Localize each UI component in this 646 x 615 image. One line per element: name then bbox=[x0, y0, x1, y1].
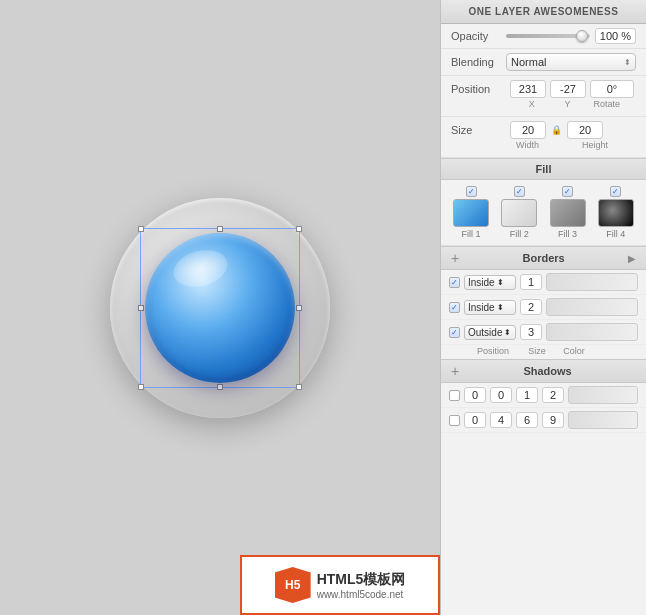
handle-tc[interactable] bbox=[217, 226, 223, 232]
shadow2-val2[interactable]: 6 bbox=[516, 412, 538, 428]
borders-section-header[interactable]: + Borders ▶ bbox=[441, 246, 646, 270]
border1-checkbox[interactable]: ✓ bbox=[449, 277, 460, 288]
size-row: Size 20 🔒 20 Width Height bbox=[441, 117, 646, 158]
fill1-label: Fill 1 bbox=[462, 229, 481, 239]
shadows-section-header[interactable]: + Shadows bbox=[441, 359, 646, 383]
border-color-col-label: Color bbox=[557, 346, 591, 356]
fill2-checkbox[interactable]: ✓ bbox=[514, 186, 525, 197]
fill2-label: Fill 2 bbox=[510, 229, 529, 239]
shadow1-checkbox[interactable] bbox=[449, 390, 460, 401]
fill3-label: Fill 3 bbox=[558, 229, 577, 239]
height-sublabel: Height bbox=[572, 140, 608, 150]
pos-x-field[interactable]: 231 bbox=[510, 80, 546, 98]
borders-plus-icon[interactable]: + bbox=[451, 251, 459, 265]
shadow2-color-swatch[interactable] bbox=[568, 411, 638, 429]
shadow-row-1: 0 0 1 2 bbox=[441, 383, 646, 408]
handle-ml[interactable] bbox=[138, 305, 144, 311]
border-size-col-label: Size bbox=[525, 346, 549, 356]
shadows-plus-icon[interactable]: + bbox=[451, 364, 459, 378]
shadow1-color-swatch[interactable] bbox=[568, 386, 638, 404]
position-row: Position 231 -27 0° X Y Rotate bbox=[441, 76, 646, 117]
shadow2-val0[interactable]: 0 bbox=[464, 412, 486, 428]
border-row-2: ✓ Inside ⬍ 2 bbox=[441, 295, 646, 320]
blending-row: Blending Normal ⬍ bbox=[441, 49, 646, 76]
shadow-row-2: 0 4 6 9 bbox=[441, 408, 646, 433]
pos-sublabels: X Y Rotate bbox=[506, 98, 636, 112]
border1-size-field[interactable]: 1 bbox=[520, 274, 542, 290]
shadow1-val1[interactable]: 0 bbox=[490, 387, 512, 403]
shadow1-val3[interactable]: 2 bbox=[542, 387, 564, 403]
blue-sphere bbox=[145, 233, 295, 383]
fill-item-2: ✓ Fill 2 bbox=[501, 186, 537, 239]
pos-rotate-field[interactable]: 0° bbox=[590, 80, 634, 98]
border3-color-swatch[interactable] bbox=[546, 323, 638, 341]
borders-title: Borders bbox=[459, 252, 628, 264]
fill-section-header[interactable]: Fill bbox=[441, 158, 646, 180]
handle-tr[interactable] bbox=[296, 226, 302, 232]
handle-bc[interactable] bbox=[217, 384, 223, 390]
shadow1-val0[interactable]: 0 bbox=[464, 387, 486, 403]
border-pos-col-label: Position bbox=[465, 346, 521, 356]
opacity-value[interactable]: 100 % bbox=[595, 28, 636, 44]
x-sublabel: X bbox=[516, 99, 548, 109]
fill3-swatch[interactable] bbox=[550, 199, 586, 227]
blending-label: Blending bbox=[451, 56, 506, 68]
border1-position-select[interactable]: Inside ⬍ bbox=[464, 275, 516, 290]
fill-items: ✓ Fill 1 ✓ Fill 2 ✓ Fill 3 bbox=[449, 186, 638, 239]
lock-icon[interactable]: 🔒 bbox=[550, 125, 563, 135]
height-field[interactable]: 20 bbox=[567, 121, 603, 139]
handle-br[interactable] bbox=[296, 384, 302, 390]
shadow2-val3[interactable]: 9 bbox=[542, 412, 564, 428]
handle-tl[interactable] bbox=[138, 226, 144, 232]
border3-position-select[interactable]: Outside ⬍ bbox=[464, 325, 516, 340]
border-col-labels: Position Size Color bbox=[457, 345, 646, 359]
size-label: Size bbox=[451, 124, 506, 136]
borders-arrow-icon[interactable]: ▶ bbox=[628, 253, 636, 264]
fill-section: ✓ Fill 1 ✓ Fill 2 ✓ Fill 3 bbox=[441, 180, 646, 246]
pos-y-field[interactable]: -27 bbox=[550, 80, 586, 98]
watermark-url: www.html5code.net bbox=[317, 589, 406, 600]
handle-mr[interactable] bbox=[296, 305, 302, 311]
opacity-row: Opacity 100 % bbox=[441, 24, 646, 49]
border2-size-field[interactable]: 2 bbox=[520, 299, 542, 315]
opacity-thumb[interactable] bbox=[576, 30, 588, 42]
canvas-area: H5 HTML5模板网 www.html5code.net bbox=[0, 0, 440, 615]
border2-checkbox[interactable]: ✓ bbox=[449, 302, 460, 313]
shadows-title: Shadows bbox=[459, 365, 636, 377]
border2-position-select[interactable]: Inside ⬍ bbox=[464, 300, 516, 315]
width-sublabel: Width bbox=[516, 140, 552, 150]
fill4-label: Fill 4 bbox=[606, 229, 625, 239]
opacity-slider-container: 100 % bbox=[506, 28, 636, 44]
circle-background bbox=[110, 198, 330, 418]
width-field[interactable]: 20 bbox=[510, 121, 546, 139]
fill1-swatch[interactable] bbox=[453, 199, 489, 227]
position-label: Position bbox=[451, 83, 506, 95]
panel-header: ONE LAYER AWESOMENESS bbox=[441, 0, 646, 24]
opacity-label: Opacity bbox=[451, 30, 506, 42]
opacity-slider[interactable] bbox=[506, 34, 590, 38]
fill3-checkbox[interactable]: ✓ bbox=[562, 186, 573, 197]
watermark-site-name: HTML5模板网 bbox=[317, 571, 406, 589]
fill4-swatch[interactable] bbox=[598, 199, 634, 227]
shadow2-val1[interactable]: 4 bbox=[490, 412, 512, 428]
blending-select[interactable]: Normal ⬍ bbox=[506, 53, 636, 71]
border2-color-swatch[interactable] bbox=[546, 298, 638, 316]
watermark: H5 HTML5模板网 www.html5code.net bbox=[240, 555, 440, 615]
properties-panel: ONE LAYER AWESOMENESS Opacity 100 % Blen… bbox=[440, 0, 646, 615]
rotate-sublabel: Rotate bbox=[587, 99, 626, 109]
fill4-checkbox[interactable]: ✓ bbox=[610, 186, 621, 197]
border3-checkbox[interactable]: ✓ bbox=[449, 327, 460, 338]
fill-item-3: ✓ Fill 3 bbox=[550, 186, 586, 239]
border1-color-swatch[interactable] bbox=[546, 273, 638, 291]
fill-item-4: ✓ Fill 4 bbox=[598, 186, 634, 239]
fill2-swatch[interactable] bbox=[501, 199, 537, 227]
border3-size-field[interactable]: 3 bbox=[520, 324, 542, 340]
border-row-3: ✓ Outside ⬍ 3 bbox=[441, 320, 646, 345]
handle-bl[interactable] bbox=[138, 384, 144, 390]
html5-badge: H5 bbox=[275, 567, 311, 603]
fill-title: Fill bbox=[451, 163, 636, 175]
shadow1-val2[interactable]: 1 bbox=[516, 387, 538, 403]
fill1-checkbox[interactable]: ✓ bbox=[466, 186, 477, 197]
sphere-highlight bbox=[169, 244, 231, 292]
shadow2-checkbox[interactable] bbox=[449, 415, 460, 426]
